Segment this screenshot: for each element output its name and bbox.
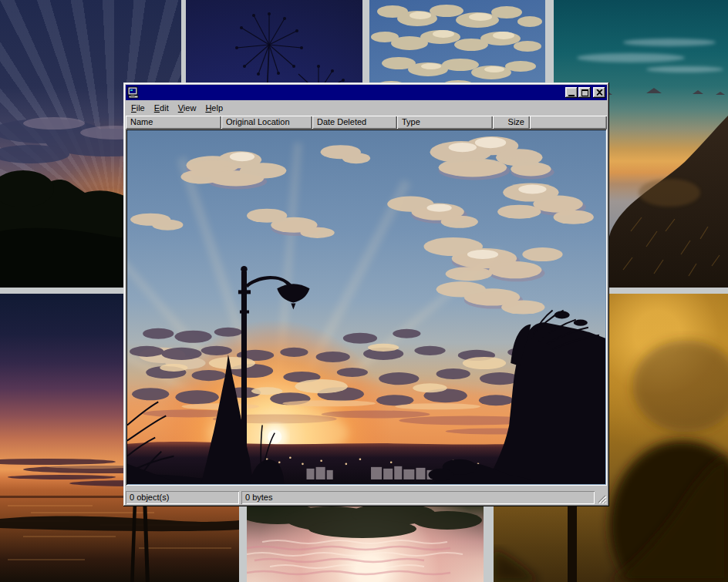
minimize-button[interactable] — [565, 87, 578, 98]
column-header-original-location[interactable]: Original Location — [221, 116, 312, 129]
menu-view[interactable]: View — [174, 102, 201, 114]
column-header-size[interactable]: Size — [493, 116, 530, 129]
close-icon — [596, 89, 603, 96]
computer-icon — [127, 86, 140, 99]
status-object-count: 0 object(s) — [126, 491, 239, 504]
statusbar: 0 object(s) 0 bytes — [126, 486, 607, 504]
minimize-icon — [568, 95, 575, 96]
menu-file[interactable]: File — [126, 102, 150, 114]
column-header-type[interactable]: Type — [397, 116, 493, 129]
recycle-bin-window: File Edit View Help Name Original Locati… — [123, 82, 609, 506]
maximize-button[interactable] — [578, 87, 591, 98]
status-total-size: 0 bytes — [241, 491, 595, 504]
column-header-name[interactable]: Name — [126, 116, 221, 129]
file-list-area[interactable] — [126, 129, 607, 486]
column-header-date-deleted[interactable]: Date Deleted — [312, 116, 397, 129]
maximize-icon — [581, 89, 588, 96]
menubar: File Edit View Help — [126, 100, 607, 116]
resize-grip[interactable] — [597, 494, 607, 504]
menu-edit[interactable]: Edit — [150, 102, 174, 114]
menu-help[interactable]: Help — [201, 102, 228, 114]
titlebar[interactable] — [126, 85, 607, 100]
sunset-lamp-photo — [127, 130, 605, 484]
close-button[interactable] — [593, 87, 605, 98]
list-column-headers: Name Original Location Date Deleted Type… — [126, 116, 607, 129]
column-header-filler — [530, 116, 607, 129]
